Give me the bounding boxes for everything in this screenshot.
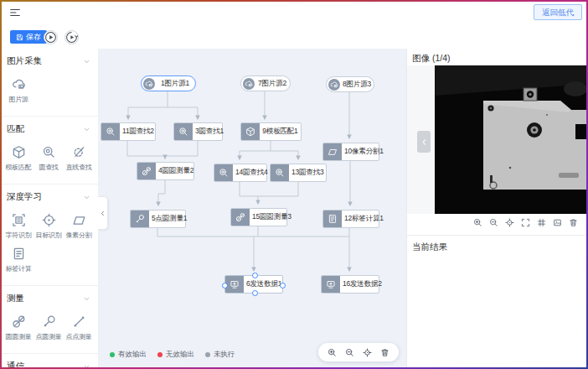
zoom-in-icon[interactable] bbox=[328, 348, 337, 357]
collapse-icon bbox=[100, 210, 106, 216]
run-once-button[interactable] bbox=[64, 30, 79, 44]
current-result-title: 当前结果 bbox=[412, 242, 447, 253]
section-communication[interactable]: 通信 bbox=[0, 354, 98, 369]
tool-ocr[interactable]: 字符识别 bbox=[3, 213, 34, 240]
chevron-down-icon bbox=[83, 363, 90, 369]
gray-dot-icon bbox=[205, 352, 210, 357]
node-handle-right[interactable] bbox=[280, 283, 286, 288]
node-handle-left[interactable] bbox=[222, 283, 228, 288]
circle-find-icon bbox=[101, 123, 120, 140]
tool-label: 模板匹配 bbox=[6, 163, 32, 172]
tool-label: 图片源 bbox=[8, 95, 28, 104]
delete-icon[interactable] bbox=[380, 348, 389, 357]
tool-point-circle-measure[interactable]: 点圆测量 bbox=[34, 314, 64, 341]
node-image-source-3[interactable]: 8图片源3 bbox=[326, 76, 374, 92]
node-image-source-2[interactable]: 7图片源2 bbox=[240, 75, 291, 91]
preview-toolbar bbox=[473, 218, 578, 227]
save-icon bbox=[16, 34, 23, 41]
point-point-measure-icon bbox=[72, 314, 86, 329]
node-pixel-segment-1[interactable]: 10像素分割1 bbox=[322, 143, 379, 161]
node-circle-find-2[interactable]: 11圆查找2 bbox=[101, 122, 156, 141]
sidebar-collapse-handle[interactable] bbox=[98, 196, 108, 230]
save-button[interactable]: 保存 bbox=[10, 30, 47, 44]
run-button[interactable] bbox=[44, 30, 58, 44]
circle-circle-measure-icon bbox=[12, 314, 26, 329]
template-match-icon bbox=[12, 145, 26, 159]
title-bar: 返回低代 bbox=[0, 0, 588, 26]
circle-find-icon bbox=[214, 164, 233, 181]
node-handle-bottom[interactable] bbox=[252, 290, 258, 296]
section-deep-learning[interactable]: 深度学习 bbox=[0, 184, 98, 205]
node-image-source-1[interactable]: 1图片源1 bbox=[141, 75, 196, 91]
legend-not-executed: 未执行 bbox=[205, 350, 235, 360]
output-legend: 有效输出 无效输出 未执行 bbox=[110, 350, 235, 360]
green-dot-icon bbox=[110, 352, 115, 357]
circle-find-icon bbox=[271, 164, 289, 181]
canvas-toolbar bbox=[318, 343, 399, 361]
section-measure[interactable]: 测量 bbox=[0, 286, 98, 306]
legend-invalid-output: 无效输出 bbox=[157, 350, 194, 360]
save-image-icon[interactable] bbox=[553, 218, 562, 227]
play-icon bbox=[44, 31, 57, 44]
node-circle-circle-measure-3[interactable]: 15圆圆测量3 bbox=[230, 208, 287, 226]
locate-icon[interactable] bbox=[505, 218, 514, 227]
tool-target-detect[interactable]: 目标识别 bbox=[34, 213, 64, 240]
ocr-icon bbox=[12, 213, 26, 227]
tool-label: 目标识别 bbox=[36, 231, 62, 240]
tool-circle-circle-measure[interactable]: 圆圆测量 bbox=[3, 314, 34, 341]
node-handle-top[interactable] bbox=[252, 273, 258, 278]
cloud-image-icon bbox=[328, 79, 340, 91]
grid-icon[interactable] bbox=[537, 218, 546, 227]
tool-circle-find[interactable]: 圆查找 bbox=[34, 145, 64, 172]
chevron-down-icon bbox=[83, 126, 90, 133]
locate-icon[interactable] bbox=[363, 348, 372, 357]
node-template-match-1[interactable]: 9模板匹配1 bbox=[240, 122, 302, 141]
previous-image-button[interactable] bbox=[417, 131, 431, 153]
image-panel-title: 图像 (1/4) bbox=[412, 53, 451, 65]
back-to-lowcode-button[interactable]: 返回低代 bbox=[534, 4, 582, 20]
node-send-data-1[interactable]: 6发送数据1 bbox=[224, 275, 283, 294]
node-circle-find-1[interactable]: 3圆查找1 bbox=[173, 122, 223, 141]
node-point-circle-measure-1[interactable]: 5点圆测量1 bbox=[130, 210, 186, 228]
legend-valid-output: 有效输出 bbox=[110, 350, 147, 360]
tool-pixel-segment[interactable]: 像素分割 bbox=[64, 213, 94, 240]
fullscreen-icon[interactable] bbox=[521, 218, 530, 227]
zoom-in-icon[interactable] bbox=[473, 218, 482, 227]
section-title: 深度学习 bbox=[7, 191, 42, 203]
tool-line-find[interactable]: 直线查找 bbox=[64, 145, 94, 172]
send-data-icon bbox=[225, 276, 244, 293]
section-matching[interactable]: 匹配 bbox=[0, 117, 98, 137]
node-circle-circle-measure-2[interactable]: 4圆圆测量2 bbox=[137, 162, 194, 180]
delete-icon[interactable] bbox=[569, 218, 578, 227]
label-calc-icon bbox=[323, 210, 342, 227]
cloud-image-icon bbox=[243, 78, 255, 90]
node-circle-find-4[interactable]: 14圆查找4 bbox=[214, 164, 267, 182]
menu-icon[interactable] bbox=[9, 7, 21, 18]
line-find-icon bbox=[72, 145, 86, 159]
tool-image-source[interactable]: 图片源 bbox=[3, 77, 34, 104]
zoom-out-icon[interactable] bbox=[489, 218, 498, 227]
flow-canvas[interactable]: 1图片源1 7图片源2 8图片源3 11圆查找2 3圆查找1 9模板匹配1 10… bbox=[98, 49, 406, 369]
app-window: 返回低代 保存 图片采集 图片源 匹配 bbox=[0, 0, 588, 369]
zoom-out-icon[interactable] bbox=[345, 348, 354, 357]
tool-label-calc[interactable]: 标签计算 bbox=[3, 247, 34, 273]
tool-label: 点点测量 bbox=[66, 332, 92, 341]
tool-label: 标签计算 bbox=[6, 264, 32, 273]
chevron-left-icon bbox=[420, 138, 428, 146]
tool-label: 直线查找 bbox=[66, 163, 92, 172]
chevron-down-icon bbox=[83, 295, 90, 303]
tool-label: 圆圆测量 bbox=[6, 332, 32, 341]
preview-image[interactable] bbox=[435, 65, 588, 214]
circle-find-icon bbox=[42, 145, 56, 159]
point-circle-measure-icon bbox=[42, 314, 56, 329]
circle-circle-measure-icon bbox=[137, 163, 156, 179]
section-title: 通信 bbox=[7, 361, 24, 369]
node-circle-find-3[interactable]: 13圆查找3 bbox=[270, 164, 327, 182]
section-image-capture[interactable]: 图片采集 bbox=[0, 49, 98, 69]
pixel-segment-icon bbox=[323, 143, 342, 160]
tool-point-point-measure[interactable]: 点点测量 bbox=[64, 314, 94, 341]
tool-template-match[interactable]: 模板匹配 bbox=[3, 145, 34, 172]
node-send-data-2[interactable]: 16发送数据2 bbox=[321, 275, 379, 294]
node-label-calc-1[interactable]: 12标签计算1 bbox=[322, 210, 379, 228]
target-detect-icon bbox=[42, 213, 56, 227]
